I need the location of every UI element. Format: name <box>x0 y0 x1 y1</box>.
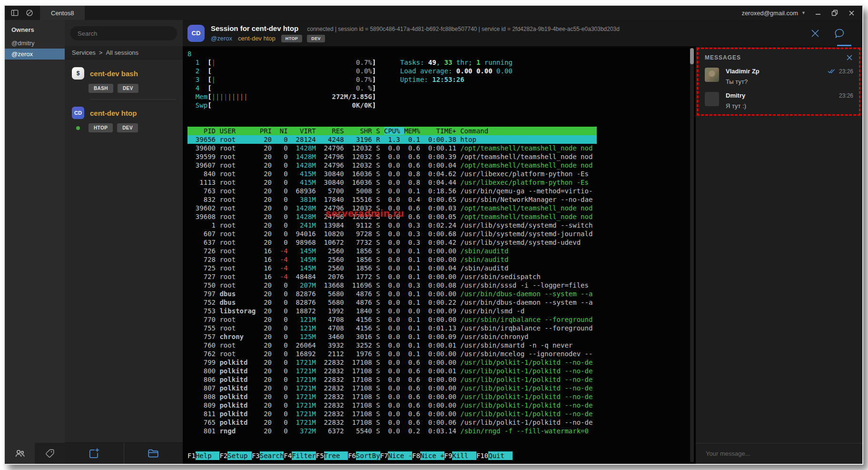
process-row[interactable]: 770 root 20 0 121M 4708 4156 S 0.0 0.1 0… <box>187 315 597 324</box>
account-menu[interactable]: zeroxed@gmail.com ▼ <box>741 10 806 17</box>
process-row[interactable]: 39600 root 20 0 1428M 24796 12032 S 0.0 … <box>187 144 597 152</box>
process-row[interactable]: 800 polkitd 20 0 1721M 22832 17108 S 0.0… <box>187 367 597 375</box>
terminal-line <box>187 118 689 127</box>
process-row[interactable]: 39607 root 20 0 1428M 24796 12032 S 0.0 … <box>187 161 597 170</box>
fkey-f1[interactable]: F1 <box>187 451 196 460</box>
restore-button[interactable] <box>830 9 839 17</box>
message-text: Ты тут? <box>726 78 853 85</box>
main-area: CD Session for cent-dev htop connected |… <box>183 20 862 464</box>
process-row[interactable]: 757 chrony 20 0 125M 3460 3016 S 0.0 0.1… <box>187 332 597 341</box>
message-item[interactable]: Dmitry23:26Я тут :) <box>705 92 853 110</box>
service-item[interactable]: CDcent-dev htopHTOPDEV <box>72 105 176 133</box>
tab-centos8[interactable]: Centos8 <box>40 6 85 20</box>
folder-icon <box>147 447 159 460</box>
fkey-label[interactable]: Nice + <box>420 451 444 460</box>
fkey-f4[interactable]: F4 <box>284 451 292 460</box>
session-meta: connected | session id = 5890c486-417a-4… <box>307 26 620 32</box>
process-row[interactable]: 762 root 20 0 16892 2112 1976 S 0.0 0.1 … <box>187 350 597 358</box>
fkey-label[interactable]: Setup <box>227 451 252 460</box>
read-receipt-icon <box>828 69 835 74</box>
process-row[interactable]: 763 root 20 0 68936 5700 5008 S 0.0 0.1 … <box>187 187 597 195</box>
session-tags: HTOPDEV <box>281 35 325 42</box>
process-row[interactable]: 728 root 16 -4 145M 2560 1856 S 0.0 0.1 … <box>187 255 597 264</box>
session-owner[interactable]: @zerox <box>211 35 232 42</box>
process-row[interactable]: 832 root 20 0 381M 17840 15516 S 0.0 0.4… <box>187 195 597 204</box>
fkey-label[interactable]: Tree <box>324 451 348 460</box>
close-window-button[interactable] <box>847 9 856 17</box>
process-row[interactable]: 750 root 20 0 207M 13668 11696 S 0.0 0.3… <box>187 281 597 290</box>
owners-tab-users[interactable] <box>5 443 35 464</box>
process-row[interactable]: 1 root 20 0 241M 13984 9112 S 0.0 0.3 0:… <box>187 221 597 230</box>
htop-function-bar[interactable]: F1Help F2Setup F3SearchF4FilterF5Tree F6… <box>187 451 689 460</box>
close-messages-icon[interactable] <box>846 54 853 61</box>
process-row[interactable]: 807 polkitd 20 0 1721M 22832 17108 S 0.0… <box>187 384 597 392</box>
owners-bottom-bar <box>5 443 65 464</box>
process-row[interactable]: 760 root 20 0 26064 3932 3252 S 0.0 0.1 … <box>187 341 597 350</box>
terminal-line <box>187 110 689 118</box>
process-table-header[interactable]: PID USER PRI NI VIRT RES SHR S CPU% MEM%… <box>187 127 597 135</box>
process-row[interactable]: 39656 root 20 0 28124 4248 3196 R 1.3 0.… <box>187 135 597 144</box>
sidebar-toggle-icon[interactable] <box>10 8 20 18</box>
watermark: serveradmin.ru <box>326 208 404 219</box>
fkey-label[interactable]: Nice - <box>388 451 412 460</box>
owner-item[interactable]: @dmitry <box>5 38 65 49</box>
fkey-f2[interactable]: F2 <box>219 451 227 460</box>
sessions-menu-icon[interactable] <box>25 8 34 18</box>
message-text: Я тут :) <box>726 102 853 110</box>
fkey-label[interactable]: Search <box>260 451 284 460</box>
owner-item[interactable]: @zerox <box>5 49 65 60</box>
fkey-label[interactable]: Kill <box>452 451 476 460</box>
process-row[interactable]: 727 root 16 -4 48484 2076 1772 S 0.0 0.1… <box>187 272 597 281</box>
process-row[interactable]: 637 root 20 0 98968 10672 7732 S 0.0 0.3… <box>187 238 597 247</box>
minimize-button[interactable] <box>814 9 822 17</box>
process-row[interactable]: 806 polkitd 20 0 1721M 22832 17108 S 0.0… <box>187 375 597 384</box>
fkey-label[interactable]: Quit <box>488 451 513 460</box>
fkey-f3[interactable]: F3 <box>252 451 260 460</box>
htop-terminal[interactable]: 8 1 [| 0.7%] Tasks: 49, 33 thr; 1 runnin… <box>183 47 695 464</box>
fkey-f10[interactable]: F10 <box>476 451 488 460</box>
process-row[interactable]: 725 root 16 -4 145M 2560 1856 S 0.0 0.1 … <box>187 264 597 272</box>
fkey-f5[interactable]: F5 <box>316 451 324 460</box>
process-row[interactable]: 808 polkitd 20 0 1721M 22832 17108 S 0.0… <box>187 392 597 401</box>
fkey-f8[interactable]: F8 <box>412 451 420 460</box>
terminal-scrollbar[interactable] <box>690 48 694 462</box>
process-row[interactable]: 801 rngd 20 0 372M 6372 5540 S 0.0 0.2 0… <box>187 427 597 435</box>
process-row[interactable]: 752 dbus 20 0 82876 5680 4876 S 0.0 0.1 … <box>187 298 597 307</box>
search-input[interactable] <box>70 26 177 40</box>
fkey-label[interactable]: Filter <box>292 451 316 460</box>
breadcrumb-services[interactable]: Services <box>72 49 96 56</box>
session-service[interactable]: cent-dev htop <box>238 35 276 42</box>
message-item[interactable]: Vladimir Zp23:26Ты тут? <box>705 68 853 85</box>
process-row[interactable]: 765 polkitd 20 0 1721M 22832 17108 S 0.0… <box>187 418 597 427</box>
session-tag-badge: DEV <box>307 35 325 42</box>
terminal-line: 8 <box>187 50 689 58</box>
process-row[interactable]: 809 polkitd 20 0 1721M 22832 17108 S 0.0… <box>187 401 597 410</box>
breadcrumb-all-sessions[interactable]: All sessions <box>106 49 138 56</box>
process-row[interactable]: 799 polkitd 20 0 1721M 22832 17108 S 0.0… <box>187 358 597 367</box>
fkey-f6[interactable]: F6 <box>348 451 356 460</box>
message-input[interactable] <box>705 450 853 458</box>
process-row[interactable]: 811 polkitd 20 0 1721M 22832 17108 S 0.0… <box>187 410 597 418</box>
process-row[interactable]: 39599 root 20 0 1428M 24796 12032 S 0.0 … <box>187 152 597 161</box>
process-row[interactable]: 607 root 20 0 94016 10820 9728 S 0.0 0.3… <box>187 230 597 238</box>
close-session-icon[interactable] <box>810 28 820 39</box>
process-row[interactable]: 726 root 16 -4 145M 2560 1856 S 0.0 0.1 … <box>187 247 597 255</box>
fkey-f9[interactable]: F9 <box>444 451 453 460</box>
process-row[interactable]: 1113 root 20 0 415M 30840 16036 S 0.0 0.… <box>187 178 597 187</box>
process-row[interactable]: 797 dbus 20 0 82876 5680 4876 S 0.0 0.1 … <box>187 290 597 298</box>
cpu-meter: 1 [| 0.7%] Tasks: 49, 33 thr; 1 running <box>187 58 689 67</box>
process-row[interactable]: 753 libstorag 20 0 18872 1992 1840 S 0.0… <box>187 307 597 315</box>
fkey-f7[interactable]: F7 <box>380 451 388 460</box>
fkey-label[interactable]: Help <box>196 451 220 460</box>
add-session-button[interactable] <box>65 443 124 464</box>
messages-list: Vladimir Zp23:26Ты тут?Dmitry23:26Я тут … <box>696 67 862 117</box>
fkey-label[interactable]: SortBy <box>356 451 380 460</box>
process-row[interactable]: 840 root 20 0 415M 30840 16036 S 0.0 0.8… <box>187 170 597 178</box>
process-row[interactable]: 755 root 20 0 121M 4708 4156 S 0.0 0.1 0… <box>187 324 597 332</box>
chat-toggle-icon[interactable] <box>834 28 845 39</box>
cpu-meter: 2 [ 0.0%] Load average: 0.00 0.00 0.00 <box>187 67 689 75</box>
sessions-folder-button[interactable] <box>124 443 183 464</box>
scrollbar-thumb[interactable] <box>690 48 694 64</box>
service-item[interactable]: $cent-dev bashBASHDEV <box>72 65 176 94</box>
owners-tab-tags[interactable] <box>35 443 65 464</box>
